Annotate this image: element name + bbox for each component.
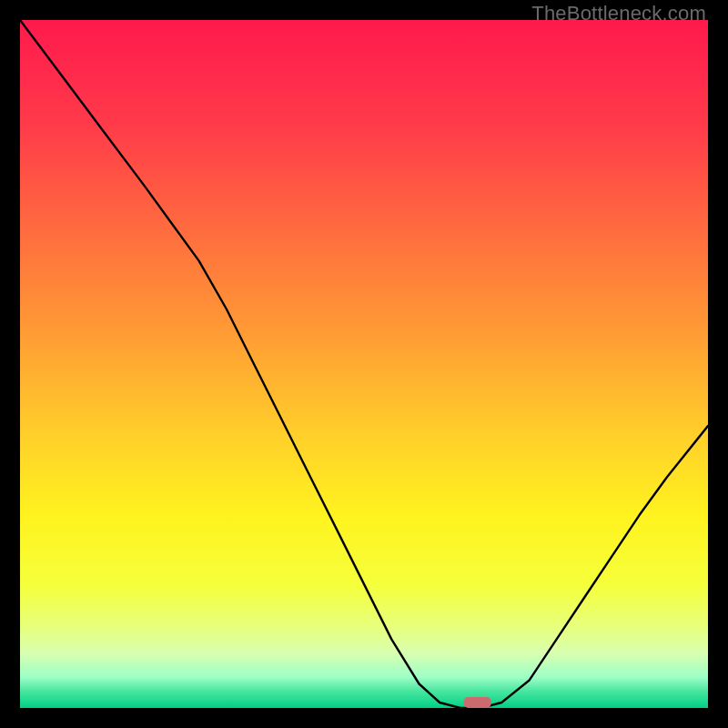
optimal-point-marker xyxy=(464,697,491,708)
chart-background xyxy=(20,20,708,708)
chart-svg xyxy=(20,20,708,708)
chart-frame xyxy=(20,20,708,708)
